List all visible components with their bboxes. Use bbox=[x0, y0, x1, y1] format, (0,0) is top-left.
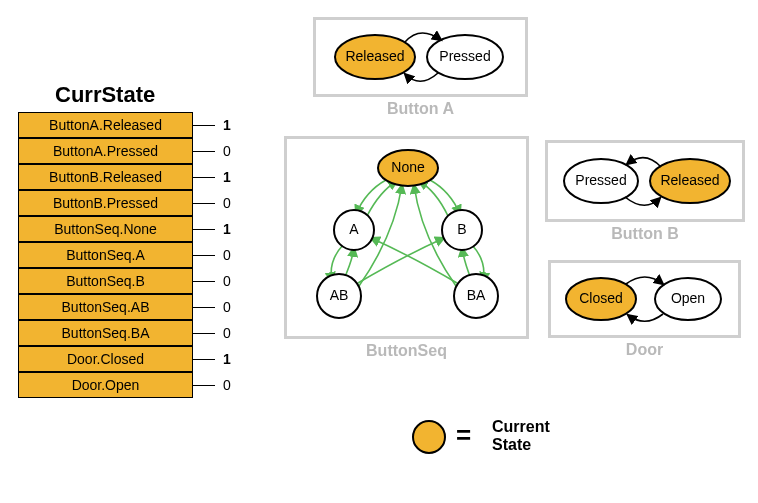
label-open: Open bbox=[671, 290, 705, 306]
state-label: ButtonSeq.BA bbox=[18, 320, 193, 346]
state-value: 0 bbox=[219, 377, 235, 393]
label-a: A bbox=[349, 221, 359, 237]
fsm-label-door: Door bbox=[548, 341, 741, 359]
state-value: 0 bbox=[219, 299, 235, 315]
state-row: Door.Open0 bbox=[18, 372, 235, 398]
state-lead-line bbox=[193, 203, 215, 204]
state-lead-line bbox=[193, 125, 215, 126]
state-row: ButtonB.Released1 bbox=[18, 164, 235, 190]
fsm-diagram-buttonseq: None A B AB BA bbox=[284, 136, 529, 339]
edge-a-none bbox=[367, 181, 397, 216]
state-row: ButtonSeq.B0 bbox=[18, 268, 235, 294]
state-row: ButtonSeq.AB0 bbox=[18, 294, 235, 320]
state-label: ButtonA.Released bbox=[18, 112, 193, 138]
state-row: ButtonSeq.A0 bbox=[18, 242, 235, 268]
arrow-to-closed bbox=[628, 314, 663, 321]
state-lead-line bbox=[193, 385, 215, 386]
legend-swatch bbox=[412, 420, 446, 454]
label-b: B bbox=[457, 221, 466, 237]
state-row: ButtonSeq.None1 bbox=[18, 216, 235, 242]
state-value: 1 bbox=[219, 221, 235, 237]
state-row: Door.Closed1 bbox=[18, 346, 235, 372]
legend-equals: = bbox=[456, 420, 471, 451]
label-released: Released bbox=[660, 172, 719, 188]
fsm-diagram-button-b: Pressed Released bbox=[545, 140, 745, 222]
fsm-diagram-door: Closed Open bbox=[548, 260, 741, 338]
state-value: 0 bbox=[219, 325, 235, 341]
state-row: ButtonSeq.BA0 bbox=[18, 320, 235, 346]
state-row: ButtonA.Released1 bbox=[18, 112, 235, 138]
state-lead-line bbox=[193, 359, 215, 360]
state-row: ButtonA.Pressed0 bbox=[18, 138, 235, 164]
legend-text: Current State bbox=[492, 418, 550, 453]
fsm-label-button-a: Button A bbox=[313, 100, 528, 118]
label-ba: BA bbox=[467, 287, 486, 303]
state-label: ButtonSeq.None bbox=[18, 216, 193, 242]
state-label: Door.Closed bbox=[18, 346, 193, 372]
legend-line2: State bbox=[492, 436, 531, 453]
state-label: ButtonSeq.AB bbox=[18, 294, 193, 320]
state-label: ButtonB.Pressed bbox=[18, 190, 193, 216]
state-label: ButtonB.Released bbox=[18, 164, 193, 190]
state-label: ButtonSeq.B bbox=[18, 268, 193, 294]
label-ab: AB bbox=[330, 287, 349, 303]
state-lead-line bbox=[193, 307, 215, 308]
arrow-to-pressed bbox=[405, 33, 441, 42]
state-value: 1 bbox=[219, 169, 235, 185]
state-lead-line bbox=[193, 281, 215, 282]
arrow-to-pressed bbox=[627, 158, 661, 167]
edge-b-none bbox=[419, 181, 448, 216]
state-lead-line bbox=[193, 255, 215, 256]
arrow-to-open bbox=[626, 277, 663, 284]
state-value: 0 bbox=[219, 273, 235, 289]
label-closed: Closed bbox=[579, 290, 623, 306]
label-released: Released bbox=[345, 48, 404, 64]
state-table: ButtonA.Released1ButtonA.Pressed0ButtonB… bbox=[18, 112, 235, 398]
state-value: 1 bbox=[219, 351, 235, 367]
state-label: ButtonA.Pressed bbox=[18, 138, 193, 164]
state-value: 1 bbox=[219, 117, 235, 133]
table-title: CurrState bbox=[55, 82, 155, 108]
fsm-label-buttonseq: ButtonSeq bbox=[284, 342, 529, 360]
state-row: ButtonB.Pressed0 bbox=[18, 190, 235, 216]
state-label: ButtonSeq.A bbox=[18, 242, 193, 268]
label-none: None bbox=[391, 159, 425, 175]
state-label: Door.Open bbox=[18, 372, 193, 398]
state-value: 0 bbox=[219, 247, 235, 263]
state-lead-line bbox=[193, 229, 215, 230]
state-value: 0 bbox=[219, 195, 235, 211]
arrow-to-released bbox=[625, 197, 660, 205]
state-lead-line bbox=[193, 333, 215, 334]
state-lead-line bbox=[193, 151, 215, 152]
arrow-to-released bbox=[405, 73, 438, 81]
label-pressed: Pressed bbox=[439, 48, 490, 64]
fsm-label-button-b: Button B bbox=[545, 225, 745, 243]
state-lead-line bbox=[193, 177, 215, 178]
legend-line1: Current bbox=[492, 418, 550, 435]
label-pressed: Pressed bbox=[575, 172, 626, 188]
state-value: 0 bbox=[219, 143, 235, 159]
fsm-diagram-button-a: Released Pressed bbox=[313, 17, 528, 97]
